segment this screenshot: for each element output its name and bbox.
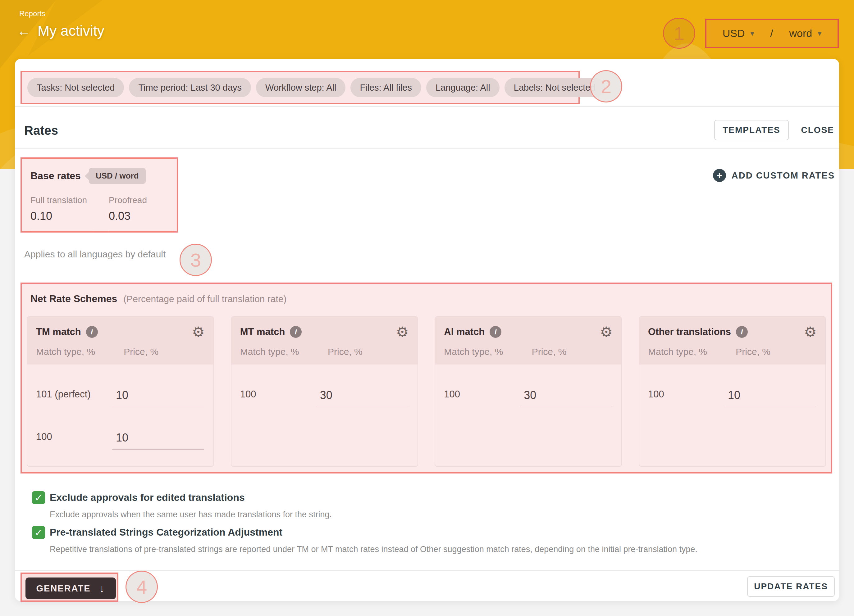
currency-unit-separator: / — [770, 27, 773, 40]
base-rates-highlight-box: Base rates USD / word Full translation 0… — [20, 157, 178, 233]
price-column-header: Price, % — [532, 347, 567, 357]
proofread-input[interactable]: 0.03 — [109, 210, 172, 223]
currency-select[interactable]: USD ▾ — [723, 27, 754, 40]
pretranslated-adjustment-checkbox[interactable]: ✓ — [32, 526, 45, 539]
net-rate-schemes-subtitle: (Percentage paid of full translation rat… — [124, 294, 287, 304]
info-icon[interactable]: i — [290, 326, 302, 338]
report-settings-panel: Tasks: Not selected Time period: Last 30… — [15, 59, 839, 601]
net-rate-schemes-highlight-box: Net Rate Schemes (Percentage paid of ful… — [20, 283, 832, 473]
add-custom-rates-button[interactable]: + ADD CUSTOM RATES — [713, 168, 835, 183]
match-type-value: 100 — [36, 431, 52, 443]
price-column-header: Price, % — [124, 347, 159, 357]
generate-button[interactable]: GENERATE ↓ — [26, 578, 116, 599]
other-translations-title: Other translations — [648, 326, 731, 338]
currency-unit-badge: USD / word — [89, 168, 146, 184]
unit-select[interactable]: word ▾ — [789, 27, 822, 40]
table-row: 100 30 — [444, 373, 613, 410]
pretranslated-adjustment-label: Pre-translated Strings Categorization Ad… — [50, 526, 282, 538]
mt-match-card: MT match i ⚙ Match type, % Price, % 100 … — [231, 316, 418, 467]
filter-chip-tasks[interactable]: Tasks: Not selected — [27, 78, 124, 97]
mt-match-title: MT match — [240, 326, 285, 338]
table-row: 100 10 — [648, 373, 817, 410]
add-custom-rates-label: ADD CUSTOM RATES — [732, 170, 835, 181]
price-value: 10 — [728, 389, 740, 402]
match-type-value: 101 (perfect) — [36, 389, 91, 400]
table-row: 100 30 — [240, 373, 409, 410]
base-rates-title: Base rates — [30, 170, 81, 182]
plus-icon: + — [713, 169, 726, 182]
gear-icon[interactable]: ⚙ — [804, 325, 817, 339]
generate-highlight-box: GENERATE ↓ — [20, 572, 118, 602]
price-value: 10 — [116, 431, 128, 444]
annotation-step-2: 2 — [590, 70, 622, 102]
filter-chip-workflow-step[interactable]: Workflow step: All — [256, 78, 345, 97]
proofread-label: Proofread — [109, 195, 172, 205]
input-underline — [109, 231, 172, 231]
filter-chip-labels[interactable]: Labels: Not selected — [505, 78, 605, 97]
back-arrow-icon[interactable]: ← — [17, 24, 31, 38]
net-rate-schemes-title: Net Rate Schemes — [30, 293, 117, 304]
gear-icon[interactable]: ⚙ — [600, 325, 613, 339]
ai-match-title: AI match — [444, 326, 485, 338]
match-type-value: 100 — [648, 389, 664, 400]
generate-label: GENERATE — [37, 583, 91, 594]
info-icon[interactable]: i — [86, 326, 98, 338]
gear-icon[interactable]: ⚙ — [396, 325, 409, 339]
ai-match-card: AI match i ⚙ Match type, % Price, % 100 … — [435, 316, 622, 467]
table-row: 100 10 — [36, 415, 205, 452]
pretranslated-adjustment-description: Repetitive translations of pre-translate… — [50, 545, 697, 554]
match-type-value: 100 — [444, 389, 460, 400]
price-column-header: Price, % — [328, 347, 363, 357]
table-row: 101 (perfect) 10 — [36, 373, 205, 410]
templates-button[interactable]: TEMPLATES — [714, 120, 789, 140]
price-column-header: Price, % — [736, 347, 770, 357]
divider — [15, 148, 839, 149]
match-type-column-header: Match type, % — [444, 347, 532, 357]
price-input[interactable]: 10 — [112, 373, 204, 408]
match-type-column-header: Match type, % — [240, 347, 328, 357]
match-type-value: 100 — [240, 389, 256, 400]
tm-match-title: TM match — [36, 326, 81, 338]
price-input[interactable]: 10 — [112, 415, 204, 450]
match-type-column-header: Match type, % — [648, 347, 736, 357]
filters-highlight-box: Tasks: Not selected Time period: Last 30… — [20, 71, 580, 104]
unit-value: word — [789, 27, 812, 40]
annotation-step-3: 3 — [180, 244, 212, 276]
full-translation-input[interactable]: 0.10 — [30, 210, 93, 223]
tm-match-card: TM match i ⚙ Match type, % Price, % 101 … — [27, 316, 214, 467]
exclude-approvals-description: Exclude approvals when the same user has… — [50, 510, 332, 519]
full-translation-label: Full translation — [30, 195, 93, 205]
price-input[interactable]: 30 — [520, 373, 612, 408]
currency-value: USD — [723, 27, 745, 40]
rates-section-title: Rates — [24, 123, 58, 138]
update-rates-button[interactable]: UPDATE RATES — [747, 576, 835, 597]
other-translations-card: Other translations i ⚙ Match type, % Pri… — [639, 316, 826, 467]
breadcrumb[interactable]: Reports — [19, 9, 45, 18]
filter-chip-files[interactable]: Files: All files — [351, 78, 421, 97]
badge-arrow — [85, 171, 93, 180]
chevron-down-icon: ▾ — [817, 29, 821, 38]
filter-chip-language[interactable]: Language: All — [426, 78, 500, 97]
divider — [15, 106, 839, 107]
divider — [15, 570, 839, 571]
currency-unit-selector: USD ▾ / word ▾ — [705, 19, 839, 48]
filter-chip-time-period[interactable]: Time period: Last 30 days — [129, 78, 251, 97]
price-input[interactable]: 10 — [724, 373, 816, 408]
exclude-approvals-label: Exclude approvals for edited translation… — [50, 492, 245, 503]
info-icon[interactable]: i — [736, 326, 748, 338]
annotation-step-4: 4 — [125, 571, 158, 603]
price-value: 10 — [116, 389, 128, 402]
chevron-down-icon: ▾ — [750, 29, 754, 38]
applies-note: Applies to all languages by default — [24, 249, 166, 260]
info-icon[interactable]: i — [490, 326, 502, 338]
close-button[interactable]: CLOSE — [801, 120, 834, 140]
exclude-approvals-checkbox[interactable]: ✓ — [32, 491, 45, 504]
match-type-column-header: Match type, % — [36, 347, 124, 357]
download-arrow-icon: ↓ — [99, 583, 105, 595]
gear-icon[interactable]: ⚙ — [192, 325, 205, 339]
price-value: 30 — [320, 389, 332, 402]
price-value: 30 — [524, 389, 536, 402]
price-input[interactable]: 30 — [316, 373, 408, 408]
input-underline — [30, 231, 93, 231]
annotation-step-1: 1 — [663, 18, 695, 49]
